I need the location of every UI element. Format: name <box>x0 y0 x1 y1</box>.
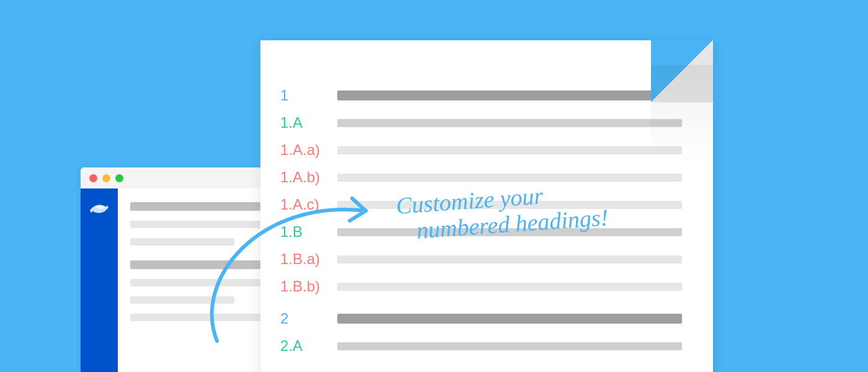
heading-bar <box>337 255 682 264</box>
heading-number: 1.A <box>280 114 330 131</box>
heading-row: 2.A <box>280 337 682 355</box>
window-maximize-icon <box>115 174 123 182</box>
heading-row: 1.A.c) <box>280 196 682 213</box>
heading-bar <box>337 91 682 100</box>
heading-row: 1.A.a) <box>280 141 682 159</box>
page-fold-icon <box>651 40 713 102</box>
heading-bar <box>337 342 682 350</box>
browser-content <box>118 188 273 372</box>
heading-bar <box>337 119 682 127</box>
document-page: 1 1.A 1.A.a) 1.A.b) 1.A.c) 1.B 1.B.a) 1 <box>260 40 713 372</box>
heading-number: 1.A.a) <box>280 141 330 159</box>
heading-row: 1.B.a) <box>280 250 682 268</box>
heading-number: 1 <box>280 87 330 104</box>
heading-number: 2 <box>280 310 330 327</box>
browser-titlebar <box>81 167 273 188</box>
heading-row: 1.B <box>280 223 682 241</box>
heading-bar <box>337 314 682 324</box>
heading-number: 1.B.b) <box>280 278 330 295</box>
window-minimize-icon <box>102 174 110 182</box>
heading-number: 1.A.b) <box>280 169 330 186</box>
heading-bar <box>337 201 682 209</box>
confluence-icon <box>89 198 110 372</box>
heading-bar <box>337 174 682 182</box>
heading-row: 2 <box>280 310 682 327</box>
heading-row: 1.A.b) <box>280 169 682 186</box>
app-sidebar <box>81 188 118 372</box>
window-close-icon <box>89 174 97 182</box>
heading-bar <box>337 146 682 154</box>
mini-text-line <box>130 221 260 228</box>
heading-number: 1.B <box>280 223 330 241</box>
mini-text-line <box>130 279 260 286</box>
mini-heading-line <box>130 202 260 211</box>
mini-text-line <box>130 314 260 321</box>
heading-number: 2.A <box>280 337 330 355</box>
heading-bar <box>337 228 682 236</box>
heading-bar <box>337 283 682 291</box>
browser-window <box>81 167 273 372</box>
heading-number: 1.A.c) <box>280 196 330 213</box>
heading-row: 1 <box>280 87 682 104</box>
heading-number: 1.B.a) <box>280 250 330 268</box>
mini-text-line <box>130 296 234 304</box>
heading-row: 1.A <box>280 114 682 131</box>
mini-text-line <box>130 238 234 246</box>
mini-heading-line <box>130 260 260 269</box>
heading-row: 1.B.b) <box>280 278 682 295</box>
